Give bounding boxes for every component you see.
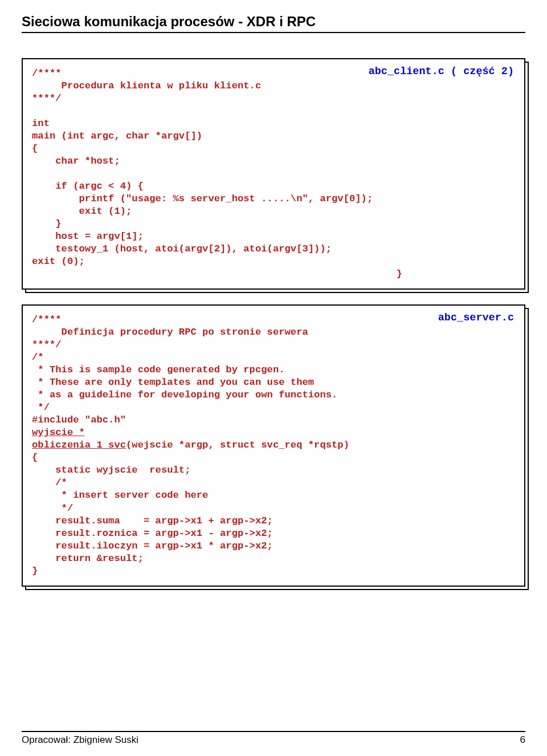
code-text-2b: (wejscie *argp, struct svc_req *rqstp) {… xyxy=(32,440,349,576)
code-block-1: abc_client.c ( część 2)/**** Procedura k… xyxy=(22,58,525,290)
code-underline-1: wyjscie * xyxy=(32,427,85,438)
code-text-1: /**** Procedura klienta w pliku klient.c… xyxy=(32,68,402,279)
code-label-1: abc_client.c ( część 2) xyxy=(369,65,514,79)
code-block-2: abc_server.c/**** Definicja procedury RP… xyxy=(22,304,525,586)
footer-page-number: 6 xyxy=(520,734,525,746)
code-content-1: abc_client.c ( część 2)/**** Procedura k… xyxy=(22,58,525,290)
code-text-2a: /**** Definicja procedury RPC po stronie… xyxy=(32,314,337,425)
code-underline-2: obliczenia_1_svc xyxy=(32,440,126,450)
code-label-2: abc_server.c xyxy=(438,311,514,325)
code-content-2: abc_server.c/**** Definicja procedury RP… xyxy=(22,304,525,586)
footer-author: Opracował: Zbigniew Suski xyxy=(22,734,138,746)
page-header: Sieciowa komunikacja procesów - XDR i RP… xyxy=(22,14,525,33)
page-footer: Opracował: Zbigniew Suski 6 xyxy=(22,731,525,746)
